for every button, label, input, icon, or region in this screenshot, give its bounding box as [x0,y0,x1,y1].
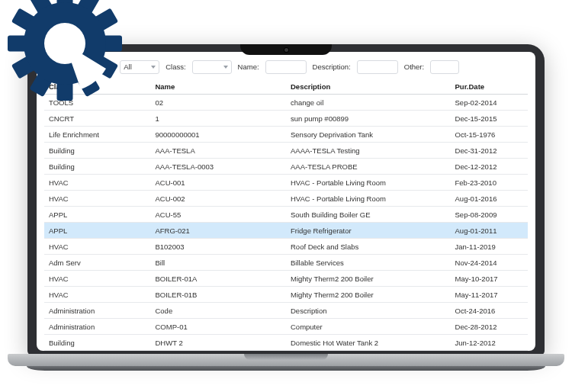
cell-description: Description [286,303,451,319]
facility-select[interactable]: All [120,60,159,74]
cell-pur_date: May-11-2017 [451,287,528,303]
cell-class: Building [44,143,150,159]
gear-icon [8,0,122,101]
cell-name: DHWT 2 [150,335,286,351]
cell-description: Mighty Therm2 200 Boiler [286,287,451,303]
cell-description: Domestic Hot Water Tank 2 [286,335,451,351]
table-row[interactable]: HVACBOILER-01AMighty Therm2 200 BoilerMa… [44,271,528,287]
cell-description: Billable Services [286,255,451,271]
col-header-description[interactable]: Description [286,79,451,95]
cell-description: Computer [286,319,451,335]
table-row[interactable]: AdministrationCodeDescriptionOct-24-2016 [44,303,528,319]
cell-name: BOILER-01B [150,287,286,303]
cell-description: Sensory Deprivation Tank [286,127,451,143]
table-row[interactable]: Adm ServBillBillable ServicesNov-24-2014 [44,255,528,271]
cell-description: sun pump #00899 [286,111,451,127]
cell-class: HVAC [44,175,150,191]
description-input[interactable] [357,60,398,74]
table-row[interactable]: APPLACU-55South Building Boiler GESep-08… [44,207,528,223]
chevron-down-icon [223,66,228,69]
asset-table: Class Name Description Pur.Date TOOLS02c… [44,79,528,351]
table-row[interactable]: HVACBOILER-01BMighty Therm2 200 BoilerMa… [44,287,528,303]
cell-description: AAAA-TESLA Testing [286,143,451,159]
cell-name: 90000000001 [150,127,286,143]
cell-class: HVAC [44,287,150,303]
cell-class: HVAC [44,239,150,255]
cell-pur_date: Jan-11-2019 [451,239,528,255]
cell-class: HVAC [44,191,150,207]
cell-pur_date: Aug-01-2016 [451,191,528,207]
other-input[interactable] [430,60,459,74]
cell-pur_date: Sep-08-2009 [451,207,528,223]
cell-name: BOILER-01A [150,271,286,287]
chevron-down-icon [151,66,156,69]
cell-name: AAA-TESLA [150,143,286,159]
cell-description: HVAC - Portable Living Room [286,175,451,191]
table-row[interactable]: AdministrationCOMP-01ComputerDec-28-2012 [44,319,528,335]
facility-value: All [124,63,132,71]
laptop-notch [240,44,332,55]
cell-pur_date: Sep-02-2014 [451,95,528,111]
cell-name: AFRG-021 [150,223,286,239]
cell-pur_date: Oct-15-1976 [451,127,528,143]
camera-icon [284,48,288,52]
cell-name: ACU-001 [150,175,286,191]
cell-description: Fridge Refrigerator [286,223,451,239]
cell-class: APPL [44,207,150,223]
class-label: Class: [165,63,185,71]
cell-pur_date: Dec-31-2012 [451,143,528,159]
cell-pur_date: Oct-24-2016 [451,303,528,319]
cell-name: ACU-002 [150,191,286,207]
cell-class: Building [44,335,150,351]
table-row[interactable]: BuildingDHWT 2Domestic Hot Water Tank 2J… [44,335,528,351]
cell-name: Code [150,303,286,319]
cell-pur_date: Aug-01-2011 [451,223,528,239]
table-row[interactable]: HVACB102003Roof Deck and SlabsJan-11-201… [44,239,528,255]
cell-pur_date: Jun-12-2012 [451,335,528,351]
col-header-purdate[interactable]: Pur.Date [451,79,528,95]
cell-pur_date: Dec-28-2012 [451,319,528,335]
description-label: Description: [313,63,351,71]
cell-name: ACU-55 [150,207,286,223]
cell-name: AAA-TESLA-0003 [150,159,286,175]
table-row[interactable]: Life Enrichment90000000001Sensory Depriv… [44,127,528,143]
cell-class: APPL [44,223,150,239]
table-row[interactable]: CNCRT1sun pump #00899Dec-15-2015 [44,111,528,127]
cell-class: HVAC [44,271,150,287]
cell-name: 02 [150,95,286,111]
cell-pur_date: Dec-15-2015 [451,111,528,127]
cell-pur_date: May-10-2017 [451,271,528,287]
cell-pur_date: Feb-23-2010 [451,175,528,191]
name-input[interactable] [265,60,307,74]
cell-description: Roof Deck and Slabs [286,239,451,255]
cell-name: COMP-01 [150,319,286,335]
cell-class: Adm Serv [44,255,150,271]
table-row[interactable]: BuildingAAA-TESLAAAAA-TESLA TestingDec-3… [44,143,528,159]
other-label: Other: [404,63,424,71]
cell-class: Life Enrichment [44,127,150,143]
laptop-base [8,354,564,371]
table-row[interactable]: HVACACU-002HVAC - Portable Living RoomAu… [44,191,528,207]
cell-name: B102003 [150,239,286,255]
cell-class: CNCRT [44,111,150,127]
cell-description: change oil [286,95,451,111]
cell-description: HVAC - Portable Living Room [286,191,451,207]
table-row[interactable]: HVACACU-001HVAC - Portable Living RoomFe… [44,175,528,191]
table-row[interactable]: BuildingAAA-TESLA-0003AAA-TESLA PROBEDec… [44,159,528,175]
class-select[interactable] [192,60,232,74]
cell-description: AAA-TESLA PROBE [286,159,451,175]
cell-pur_date: Nov-24-2014 [451,255,528,271]
cell-pur_date: Dec-12-2012 [451,159,528,175]
cell-class: Administration [44,319,150,335]
cell-class: Administration [44,303,150,319]
cell-description: South Building Boiler GE [286,207,451,223]
cell-name: 1 [150,111,286,127]
name-label: Name: [238,63,259,71]
table-row[interactable]: APPLAFRG-021Fridge RefrigeratorAug-01-20… [44,223,528,239]
cell-name: Bill [150,255,286,271]
col-header-name[interactable]: Name [150,79,286,95]
cell-class: Building [44,159,150,175]
cell-description: Mighty Therm2 200 Boiler [286,271,451,287]
